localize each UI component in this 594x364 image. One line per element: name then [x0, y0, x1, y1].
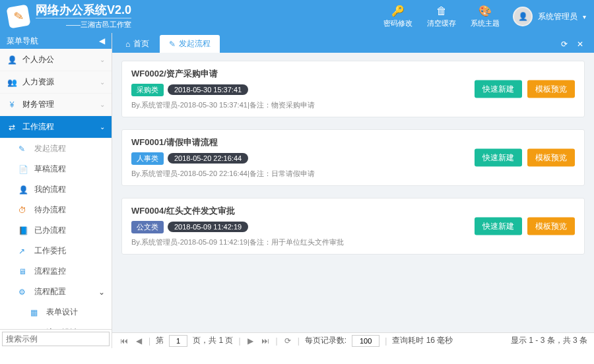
template-preview-button[interactable]: 模板预览 [527, 218, 575, 235]
sidebar-group-1[interactable]: 👥人力资源⌄ [0, 71, 112, 94]
workflow-card-0: WF0002/资产采购申请采购类2018-05-30 15:37:41By.系统… [121, 61, 585, 117]
page-label-prefix: 第 [156, 335, 164, 346]
pager-summary: 显示 1 - 3 条，共 3 条 [511, 335, 587, 346]
category-pill: 公文类 [131, 221, 164, 233]
sidebar-item-label: 流程配置 [34, 286, 66, 297]
sidebar-item-6[interactable]: 🖥流程监控 [0, 261, 112, 282]
card-desc: By.系统管理员-2018-05-09 11:42:19|备注：用于单位红头文件… [131, 237, 575, 247]
query-time: 查询耗时 16 毫秒 [392, 335, 453, 346]
tab-0[interactable]: ⌂首页 [116, 35, 158, 53]
pager-prev[interactable]: ◀ [135, 336, 143, 346]
close-icon[interactable]: ✕ [577, 40, 583, 49]
tab-label: 发起流程 [179, 38, 211, 49]
sidebar-group-2[interactable]: ¥财务管理⌄ [0, 94, 112, 116]
collapse-icon[interactable]: ◀ [99, 36, 105, 46]
workflow-card-2: WF0004/红头文件发文审批公文类2018-05-09 11:42:19By.… [121, 198, 585, 255]
sidebar-header: 菜单导航 ◀ [0, 33, 112, 49]
card-desc: By.系统管理员-2018-05-20 22:16:44|备注：日常请假申请 [131, 169, 575, 179]
sidebar-item-5[interactable]: ↗工作委托 [0, 241, 112, 261]
pager-last[interactable]: ⏭ [260, 336, 271, 346]
pager-first[interactable]: ⏮ [119, 336, 129, 346]
sidebar-item-label: 发起流程 [34, 143, 66, 154]
header-tool-2[interactable]: 🎨系统主题 [471, 5, 500, 28]
time-badge: 2018-05-09 11:42:19 [168, 222, 248, 232]
sidebar-group-workflow[interactable]: ⇄ 工作流程 ⌄ [0, 116, 112, 138]
page-size-input[interactable] [352, 335, 380, 347]
sidebar-config-item-1[interactable]: ⇄流程设计 [12, 322, 112, 329]
tool-icon: 🔑 [383, 5, 412, 17]
chevron-down-icon: ⌄ [98, 288, 105, 297]
pager-next[interactable]: ▶ [246, 336, 255, 346]
gear-icon: ⚙ [18, 288, 29, 297]
tab-icon: ✎ [169, 40, 176, 49]
user-menu[interactable]: 👤 系统管理员 ▾ [513, 7, 586, 26]
nav-icon: 📘 [18, 226, 29, 235]
card-title: WF0001/请假申请流程 [131, 136, 575, 148]
sidebar-config-item-0[interactable]: ▦表单设计 [12, 302, 112, 322]
tab-1[interactable]: ✎发起流程 [160, 35, 220, 53]
sidebar-item-2[interactable]: 👤我的流程 [0, 179, 112, 200]
nav-icon: ✎ [18, 144, 29, 154]
sidebar-item-1[interactable]: 📄草稿流程 [0, 159, 112, 179]
page-number-input[interactable] [169, 335, 187, 347]
sidebar-item-0[interactable]: ✎发起流程 [0, 138, 112, 159]
sidebar-item-label: 待办流程 [34, 204, 66, 216]
tool-label: 系统主题 [471, 19, 500, 27]
nav-icon: 👤 [7, 55, 17, 65]
tool-label: 清空缓存 [427, 19, 456, 27]
sidebar-item-label: 我的流程 [34, 184, 66, 195]
header-tool-0[interactable]: 🔑密码修改 [383, 5, 412, 28]
page-label-suffix: 页，共 1 页 [193, 335, 233, 346]
tool-icon: 🎨 [471, 5, 500, 17]
sidebar-group-label: 人力资源 [22, 76, 54, 88]
template-preview-button[interactable]: 模板预览 [527, 149, 575, 167]
card-title: WF0002/资产采购申请 [131, 68, 575, 80]
app-logo: ✎ [6, 4, 30, 28]
sidebar-group-label: 个人办公 [22, 54, 54, 65]
time-badge: 2018-05-20 22:16:44 [168, 153, 248, 164]
refresh-icon[interactable]: ⟳ [561, 40, 568, 49]
workflow-card-1: WF0001/请假申请流程人事类2018-05-20 22:16:44By.系统… [121, 129, 585, 186]
template-preview-button[interactable]: 模板预览 [527, 80, 575, 98]
nav-icon: 📄 [18, 165, 29, 174]
quick-create-button[interactable]: 快速新建 [475, 218, 522, 235]
sidebar-item-process-config[interactable]: ⚙ 流程配置 ⌄ [0, 282, 112, 302]
quick-create-button[interactable]: 快速新建 [475, 80, 522, 98]
header-tool-1[interactable]: 🗑清空缓存 [427, 5, 456, 28]
chevron-down-icon: ⌄ [100, 56, 105, 63]
sidebar-group-label: 财务管理 [22, 99, 54, 110]
chevron-down-icon: ⌄ [100, 123, 105, 131]
sidebar-item-4[interactable]: 📘已办流程 [0, 220, 112, 241]
chevron-down-icon: ⌄ [100, 78, 105, 86]
page-size-label: 每页记录数: [305, 335, 346, 346]
nav-icon: ▦ [30, 308, 41, 317]
chevron-down-icon: ▾ [583, 13, 586, 20]
category-pill: 采购类 [131, 84, 164, 96]
sidebar-item-label: 工作委托 [34, 245, 66, 257]
shuffle-icon: ⇄ [7, 123, 17, 132]
category-pill: 人事类 [131, 152, 164, 165]
pager-refresh[interactable]: ⟳ [283, 336, 292, 346]
sidebar-group-label: 工作流程 [22, 121, 54, 133]
tool-icon: 🗑 [427, 5, 456, 17]
tool-label: 密码修改 [383, 19, 412, 27]
sidebar-item-label: 流程监控 [34, 266, 66, 277]
card-title: WF0004/红头文件发文审批 [131, 205, 575, 217]
quick-create-button[interactable]: 快速新建 [475, 149, 522, 167]
chevron-down-icon: ⌄ [100, 101, 105, 108]
sidebar-item-label: 已办流程 [34, 225, 66, 236]
nav-icon: ⏱ [18, 206, 29, 215]
nav-icon: 👤 [18, 185, 29, 195]
user-name: 系统管理员 [538, 11, 578, 22]
card-desc: By.系统管理员-2018-05-30 15:37:41|备注：物资采购申请 [131, 100, 575, 110]
nav-icon: ¥ [7, 100, 17, 109]
sidebar-item-label: 草稿流程 [34, 164, 66, 175]
app-subtitle: ——三湘古邑工作室 [36, 18, 131, 30]
tab-icon: ⌂ [125, 40, 130, 49]
avatar: 👤 [513, 7, 533, 26]
nav-icon: ↗ [18, 247, 29, 256]
sidebar-item-3[interactable]: ⏱待办流程 [0, 200, 112, 220]
sidebar-search-input[interactable] [2, 332, 110, 346]
sidebar-group-0[interactable]: 👤个人办公⌄ [0, 49, 112, 71]
tab-label: 首页 [133, 38, 149, 49]
